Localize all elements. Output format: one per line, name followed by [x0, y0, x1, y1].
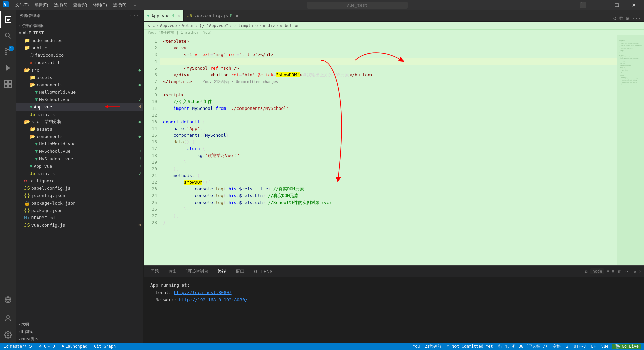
- menu-file[interactable]: 文件(F): [13, 2, 31, 9]
- tree-item-src[interactable]: 📂 src ●: [16, 66, 143, 74]
- tree-item-src-analysis[interactable]: 📂 src '结构分析' ●: [16, 118, 143, 125]
- breadcrumb-scope[interactable]: {} "App.vue": [199, 23, 228, 28]
- tree-item-gitignore[interactable]: ⊙ .gitignore: [16, 177, 143, 184]
- code-area[interactable]: <template> <div> <h1 v-text="msg" ref="t…: [160, 35, 617, 265]
- tree-item-assets2[interactable]: 📁 assets: [16, 125, 143, 133]
- breadcrumb-src[interactable]: src: [148, 23, 155, 28]
- search-input[interactable]: [307, 2, 408, 9]
- activity-debug[interactable]: [0, 60, 16, 76]
- breadcrumb-vetur[interactable]: Vetur: [182, 23, 194, 28]
- panel-expand[interactable]: ∧: [634, 269, 636, 274]
- outline-header[interactable]: › 大纲: [16, 320, 143, 328]
- activity-source-control[interactable]: 9: [0, 44, 16, 60]
- activity-extensions[interactable]: [0, 76, 16, 92]
- tree-item-index-html[interactable]: ◈ index.html: [16, 59, 143, 66]
- tab-close-button[interactable]: ✕: [177, 13, 180, 18]
- network-url[interactable]: http://192.168.0.192:8080/: [179, 297, 248, 302]
- tree-item-babel-config[interactable]: JS babel.config.js: [16, 184, 143, 192]
- status-not-committed[interactable]: ⊘ Not Committed Yet: [445, 344, 494, 349]
- tree-item-myschool2[interactable]: ▼ MySchool.vue U: [16, 147, 143, 155]
- tree-item-app-vue2[interactable]: ▼ App.vue U: [16, 162, 143, 170]
- line-numbers: 1 2 3 4 5 6 7 8 9 10 11 12 13 14 15 16 1…: [144, 35, 160, 265]
- tree-item-label: public: [31, 45, 143, 50]
- breadcrumb-button[interactable]: ◇ button: [280, 23, 300, 28]
- tree-item-readme[interactable]: M↓ README.md: [16, 214, 143, 221]
- tree-item-helloworld2[interactable]: ▼ HelloWorld.vue: [16, 140, 143, 147]
- tree-item-main-js2[interactable]: JS main.js U: [16, 170, 143, 177]
- panel-layout-toggle[interactable]: ⧉: [585, 269, 588, 274]
- editor-action-extra[interactable]: ···: [632, 15, 641, 21]
- panel-tab-gitlens[interactable]: GITLENS: [250, 268, 277, 275]
- panel-tab-ports[interactable]: 窗口: [232, 267, 249, 276]
- menu-run[interactable]: 运行(R): [110, 2, 129, 9]
- tree-item-assets[interactable]: 📁 assets: [16, 74, 143, 81]
- tree-item-vue-config[interactable]: JS vue.config.js M: [16, 221, 143, 229]
- editor-action-history[interactable]: ↺: [613, 15, 617, 21]
- sidebar-toggle-button[interactable]: ⬛: [576, 0, 591, 10]
- npm-header[interactable]: › NPM 脚本: [16, 335, 143, 343]
- activity-settings[interactable]: [0, 326, 16, 343]
- activity-search[interactable]: [0, 28, 16, 44]
- tree-item-main-js[interactable]: JS main.js: [16, 111, 143, 118]
- panel-new-terminal[interactable]: ⊕: [607, 269, 609, 274]
- panel-more[interactable]: ···: [624, 269, 631, 274]
- panel-tab-output[interactable]: 输出: [164, 267, 181, 276]
- status-position[interactable]: 行 4, 列 38 (已选择 7): [497, 344, 549, 349]
- file-json-icon: 🔒: [24, 200, 30, 206]
- tab-close-button[interactable]: ✕: [236, 13, 238, 18]
- panel-split-terminal[interactable]: ⊞: [612, 269, 614, 274]
- close-button[interactable]: ✕: [626, 0, 641, 10]
- status-go-live[interactable]: 📡 Go Live: [612, 344, 641, 349]
- menu-more[interactable]: ...: [130, 2, 139, 9]
- status-branch[interactable]: ⎇ master* ⟳: [3, 344, 34, 349]
- tree-item-components[interactable]: 📂 components ●: [16, 81, 143, 88]
- tree-item-package-lock[interactable]: 🔒 package-lock.json: [16, 199, 143, 207]
- panel-tab-debug[interactable]: 调试控制台: [182, 267, 212, 276]
- tree-item-package-json[interactable]: {} package.json: [16, 207, 143, 214]
- editor-action-split[interactable]: ⧉: [619, 15, 623, 21]
- terminal-content[interactable]: App running at: - Local: http://localhos…: [144, 277, 644, 343]
- status-line-ending[interactable]: LF: [590, 344, 597, 349]
- sidebar-more-icon[interactable]: ···: [129, 13, 139, 19]
- status-encoding[interactable]: UTF-8: [572, 344, 587, 349]
- tree-item-public[interactable]: 📁 public: [16, 44, 143, 51]
- activity-remote[interactable]: [0, 292, 16, 308]
- local-url[interactable]: http://localhost:8080/: [174, 290, 231, 295]
- tab-vue-config[interactable]: JS vue.config.js M ✕: [184, 10, 242, 21]
- editor-action-settings[interactable]: ⚙: [626, 15, 629, 21]
- status-launchpad[interactable]: ⚑ Launchpad: [60, 344, 89, 349]
- status-git-graph[interactable]: Git Graph: [93, 344, 117, 349]
- tree-item-components2[interactable]: 📂 components ●: [16, 133, 143, 140]
- tree-item-myschool[interactable]: ▼ MySchool.vue U: [16, 96, 143, 103]
- menu-view[interactable]: 查看(V): [71, 2, 90, 9]
- breadcrumb-file[interactable]: App.vue: [160, 23, 177, 28]
- panel-close[interactable]: ✕: [639, 269, 641, 274]
- tree-item-favicon[interactable]: ⬡ favicon.ico: [16, 51, 143, 59]
- menu-edit[interactable]: 编辑(E): [32, 2, 51, 9]
- status-spaces[interactable]: 空格: 2: [551, 344, 570, 349]
- menu-select[interactable]: 选择(S): [51, 2, 70, 9]
- status-blame[interactable]: You, 21秒钟前: [411, 344, 443, 349]
- breadcrumb-div[interactable]: ◇ div: [263, 23, 275, 28]
- tree-item-node-modules[interactable]: 📁 node_modules: [16, 37, 143, 44]
- timeline-header[interactable]: › 时间线: [16, 328, 143, 335]
- minimize-button[interactable]: ─: [592, 0, 608, 10]
- tree-item-helloworld[interactable]: ▼ HelloWorld.vue: [16, 88, 143, 96]
- tree-item-mystudent[interactable]: ▼ MyStudent.vue U: [16, 155, 143, 162]
- panel-tab-problems[interactable]: 问题: [146, 267, 163, 276]
- activity-explorer[interactable]: [0, 11, 16, 28]
- activity-account[interactable]: [0, 310, 16, 326]
- tree-item-app-vue[interactable]: ▼ App.vue M: [16, 103, 143, 111]
- status-language[interactable]: Vue: [600, 344, 610, 349]
- open-editors-header[interactable]: › 打开的编辑器: [16, 22, 143, 29]
- maximize-button[interactable]: □: [609, 0, 625, 10]
- status-errors[interactable]: ⊘ 0 △ 0: [38, 344, 56, 349]
- panel-tab-terminal[interactable]: 终端: [214, 267, 230, 276]
- panel-kill-terminal[interactable]: 🗑: [617, 269, 621, 274]
- language-label: Vue: [601, 344, 609, 349]
- menu-goto[interactable]: 转到(G): [90, 2, 109, 9]
- tab-app-vue[interactable]: ▼ App.vue M ✕: [144, 10, 184, 21]
- tree-item-jsconfig[interactable]: {} jsconfig.json: [16, 192, 143, 199]
- breadcrumb-template[interactable]: ◇ template: [233, 23, 258, 28]
- project-header[interactable]: ∨ VUE_TEST: [16, 29, 143, 37]
